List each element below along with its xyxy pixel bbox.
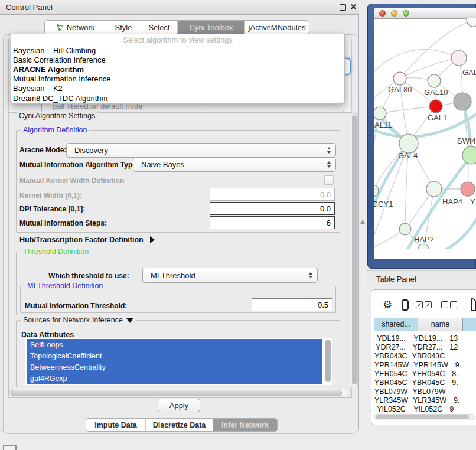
table-horizontal-scrollbar[interactable] <box>374 414 475 420</box>
table-cell[interactable]: YER054C <box>374 369 412 378</box>
table-cell[interactable]: YDR27... <box>410 343 447 351</box>
horizontal-scrollbar[interactable] <box>9 389 350 396</box>
table-cell[interactable]: YBL079W <box>412 387 450 396</box>
splitter-arrow-icon[interactable] <box>360 220 365 224</box>
kernel-width-field[interactable]: 0.0 <box>210 188 335 201</box>
mi-threshold-field[interactable]: 0.5 <box>252 298 332 311</box>
table-row[interactable]: YDL19...YDL19...13 <box>374 334 476 343</box>
dpi-tolerance-field[interactable]: 0.0 <box>210 202 335 215</box>
list-item[interactable]: SelfLoops <box>27 339 322 350</box>
tab-select[interactable]: Select <box>141 21 178 34</box>
table-row[interactable]: YBR043CYBR043C <box>374 351 476 360</box>
sources-group-title[interactable]: Sources for Network Inference <box>21 316 136 324</box>
table-cell[interactable] <box>449 351 476 360</box>
network-edge-highlighted[interactable] <box>406 155 471 249</box>
table-cell[interactable]: YDL19... <box>410 334 447 343</box>
network-node[interactable] <box>418 244 429 249</box>
network-edge[interactable] <box>374 113 380 191</box>
which-threshold-combo[interactable]: MI Threshold <box>142 268 318 283</box>
gear-icon[interactable]: ⚙ <box>383 299 392 310</box>
table-cell[interactable]: YBR045C <box>412 378 450 387</box>
list-scrollbar-thumb[interactable] <box>325 340 331 382</box>
tab-infer-network[interactable]: Infer Network <box>213 419 277 431</box>
table-cell[interactable]: 13 <box>447 334 476 343</box>
table-cell[interactable]: YPR145W <box>374 360 413 369</box>
network-node[interactable] <box>454 93 471 110</box>
network-view-titlebar[interactable] <box>374 8 476 19</box>
mac-minimize-button[interactable] <box>391 10 397 17</box>
mac-zoom-button[interactable] <box>403 10 409 17</box>
mac-close-button[interactable] <box>379 10 386 17</box>
algorithm-option[interactable]: Dream8 DC_TDC Algorithm <box>11 93 344 103</box>
table-row[interactable]: YLR345WYLR345W9. <box>374 396 476 405</box>
table-cell[interactable]: YDL19... <box>374 334 410 343</box>
network-node[interactable] <box>426 181 442 197</box>
tab-discretize-data[interactable]: Discretize Data <box>146 419 213 431</box>
algorithm-option[interactable]: Bayesian – K2 <box>11 84 344 93</box>
tab-network[interactable]: Network <box>45 21 106 34</box>
table-cell[interactable]: YLR345W <box>374 396 413 405</box>
table-cell[interactable]: YBL079W <box>374 387 412 396</box>
table-cell[interactable]: 8. <box>449 369 476 378</box>
network-node[interactable] <box>428 74 441 87</box>
table-cell[interactable]: YDR27... <box>374 343 410 351</box>
hub-section-toggle[interactable]: Hub/Transcription Factor Definition <box>19 236 155 244</box>
tab-style[interactable]: Style <box>106 21 141 34</box>
vertical-scrollbar-thumb[interactable] <box>352 115 357 384</box>
table-cell[interactable]: YBR045C <box>374 378 412 387</box>
algorithm-option[interactable]: Mutual Information Inference <box>11 74 344 84</box>
column-header-name[interactable]: name <box>418 318 463 331</box>
table-cell[interactable]: 12 <box>447 343 476 351</box>
network-node[interactable] <box>393 72 406 85</box>
column-header-clipped[interactable]: A <box>463 318 476 331</box>
network-node[interactable] <box>462 146 476 164</box>
tab-cyni-toolbox[interactable]: Cyni Toolbox <box>178 21 245 34</box>
deselect-all-icon[interactable] <box>441 301 459 308</box>
select-all-icon[interactable]: ✓✓ <box>416 301 433 308</box>
algorithm-option[interactable]: Basic Correlation Inference <box>11 55 344 64</box>
horizontal-scrollbar-thumb[interactable] <box>11 390 342 396</box>
tab-jactivemnodules[interactable]: jActiveMNodules <box>245 21 309 34</box>
network-node[interactable] <box>374 107 386 120</box>
panel-dock-icon[interactable] <box>3 445 17 450</box>
table-row[interactable]: YER054CYER054C8. <box>374 369 476 378</box>
network-edge[interactable] <box>405 144 409 229</box>
table-cell[interactable]: 9. <box>453 360 476 369</box>
mi-steps-field[interactable]: 6 <box>210 216 335 229</box>
table-cell[interactable]: YIL052C <box>374 405 410 413</box>
table-cell[interactable]: YLR345W <box>413 396 451 405</box>
list-item[interactable]: BetweennessCentrality <box>27 361 322 373</box>
columns-icon[interactable] <box>402 299 408 311</box>
network-node[interactable] <box>467 18 476 27</box>
network-node[interactable] <box>399 223 411 235</box>
close-icon[interactable]: ✕ <box>350 2 357 11</box>
aracne-mode-combo[interactable]: Discovery <box>66 143 336 158</box>
list-item[interactable]: TopologicalCoefficient <box>27 350 322 361</box>
table-row[interactable]: YPR145WYPR145W9. <box>374 360 476 369</box>
network-edge[interactable] <box>400 20 473 79</box>
table-cell[interactable]: YER054C <box>412 369 450 378</box>
algorithm-option[interactable]: Bayesian – Hill Climbing <box>11 45 344 55</box>
network-canvas[interactable]: GALGAL80GAL10GAL1GAL11SWI4GAL4HAP4YGCY1H… <box>374 18 476 249</box>
column-header-shared[interactable]: shared... <box>374 318 418 331</box>
apply-button[interactable]: Apply <box>158 399 200 412</box>
network-node[interactable] <box>399 134 418 153</box>
table-horizontal-scrollbar-thumb[interactable] <box>376 415 469 419</box>
table-cell[interactable]: YBR043C <box>374 351 412 360</box>
tab-impute-data[interactable]: Impute Data <box>86 419 146 431</box>
table-cell[interactable]: YIL052C <box>410 405 447 413</box>
network-edge[interactable] <box>380 106 436 113</box>
table-row[interactable]: YIL052CYIL052C9 <box>374 405 476 413</box>
table-row[interactable]: YDR27...YDR27...12 <box>374 343 476 351</box>
list-item[interactable]: gal4RGexp <box>27 373 322 384</box>
network-edge-highlighted[interactable] <box>440 213 476 249</box>
table-cell[interactable]: 9. <box>451 396 476 405</box>
table-cell[interactable]: YPR145W <box>413 360 452 369</box>
algorithm-option-selected[interactable]: ARACNE Algorithm <box>11 64 344 74</box>
table-cell[interactable]: 9 <box>447 405 476 413</box>
network-node[interactable] <box>429 100 442 113</box>
table-row[interactable]: YBR045CYBR045C9. <box>374 378 476 387</box>
float-window-icon[interactable] <box>340 4 346 11</box>
table-cell[interactable]: YBR043C <box>412 351 450 360</box>
manual-kernel-checkbox[interactable] <box>324 175 334 185</box>
